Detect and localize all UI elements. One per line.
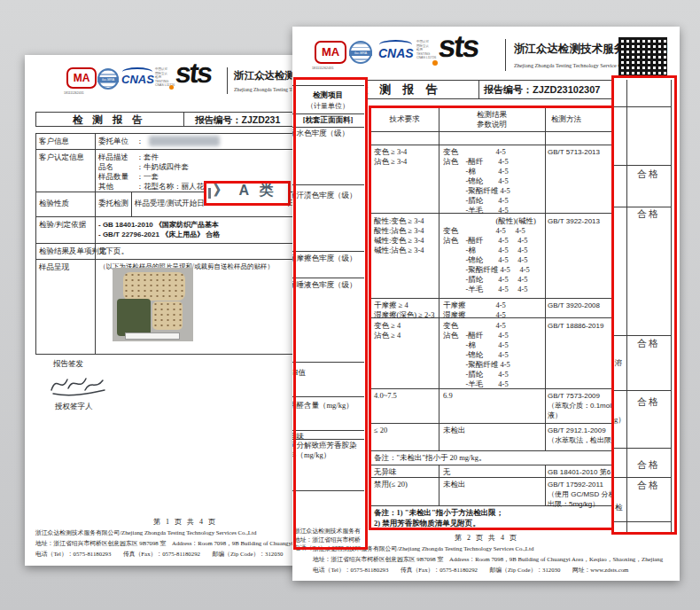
report-no-value: ZJZD231 [242, 114, 281, 125]
row3-result: 干摩擦 4-5 湿摩擦 4-5 [443, 301, 506, 320]
row6-method: GB/T 2912.1-2009 （水萃取法，检出限： [548, 426, 618, 445]
cma-logo: MA [315, 41, 346, 64]
row1-tech: 变色 ≥ 3-4 沾色 ≥ 3-4 [374, 147, 407, 167]
page1-footer-contacts: 电话（Tel）：0575-81180293 传真（Fax）：0575-81180… [35, 550, 301, 558]
cnas-logo: CNAS [121, 73, 154, 86]
row7-result: 无 [443, 467, 451, 477]
patch-line [292, 127, 364, 128]
patch-line [292, 184, 364, 185]
row6-label: 样品呈现 [39, 262, 69, 272]
patch-line [292, 396, 364, 397]
patch-line [614, 106, 671, 107]
row4-method: GB/T 18886-2019 [548, 321, 603, 331]
col-divider-2b [545, 465, 546, 505]
row3-tech: 干摩擦 ≥ 4 湿摩擦(深色) ≥ 2-3 [374, 301, 434, 320]
row2-label: 客户认定信息 [39, 152, 84, 162]
cma-id: 181111262431 [312, 64, 334, 74]
item-saliva-fastness: 耐唾液色牢度（级） [292, 280, 367, 290]
verdict-5: 合格 [626, 460, 671, 470]
verdict-3: 合格 [626, 339, 671, 348]
patch-footer-frag1: 浙江众达检测技术服务有 [294, 527, 361, 535]
patch-line [614, 448, 671, 449]
row2-values: 样品描述 ：套件 品名 ：牛奶绒四件套 样品数量 ：一套 其他 ：花型名称：丽人… [98, 152, 212, 192]
row3-cell2: 样品受理/测试开始日 [135, 199, 205, 208]
title-row-divider [478, 80, 479, 99]
col-header-tech: 技术要求 [370, 114, 439, 124]
patch-line [292, 85, 364, 86]
test-item-column-patch: 检测项目 （计量单位） [枕套正面面料] 耐水色牢度（级） 耐汗渍色牢度（级） … [292, 78, 368, 550]
patch-line [614, 335, 671, 336]
row-line [35, 243, 308, 244]
method-frag-rong: 溶 [615, 358, 623, 368]
sts-logo: sts [174, 57, 213, 90]
row-line [370, 298, 613, 299]
patch-line [614, 165, 671, 166]
patch-footer-frag2: 地址：浙江省绍兴市柯桥 [294, 536, 361, 544]
remark-end: 备注：1) "未检出"指小于方法检出限； 2) 禁用芳香胺物质清单见附页。 [374, 508, 503, 528]
row-line [35, 216, 308, 217]
test-item-header: 检测项目 [292, 90, 363, 100]
row4-standards: - GB 18401-2010 《国家纺织产品基本 - GB/T 22796-2… [98, 220, 220, 239]
annotation-a-class-patch: 》 A 类 [204, 181, 291, 206]
row-line [35, 149, 308, 150]
patch-line [292, 490, 364, 491]
row8-result: 未检出 [443, 480, 466, 489]
patch-line [292, 251, 364, 252]
client-name-redacted [149, 136, 220, 146]
patch-line [292, 439, 364, 440]
patch-line [292, 113, 364, 114]
row6-tech: ≤ 20 [374, 426, 387, 435]
report-no: 报告编号：ZJZD231 [195, 115, 280, 125]
page1-footer-company: 浙江众达检测技术服务有限公司/Zhejiang Zhongda Testing … [35, 528, 256, 536]
row6-result: 未检出 [443, 426, 466, 435]
report-title: 检 测 报 告 [356, 84, 442, 94]
sample-label-strip [125, 332, 180, 340]
row-line [370, 131, 613, 132]
remark-mid: 备注："未检出"指小于 20 mg/kg。 [374, 453, 486, 463]
patch-footer-frag3: 电话（Tel）：0575-81180 [294, 544, 361, 551]
ilac-mra-logo: ilac-MRA [349, 41, 372, 64]
row-line [370, 450, 613, 451]
row3-divider [131, 192, 132, 216]
report-title: 检 测 报 告 [35, 115, 183, 125]
row5-tech: 4.0~7.5 [374, 391, 397, 401]
verdict-4: 合格 [626, 397, 671, 407]
row3-label: 检验性质 [39, 199, 69, 208]
col-divider-1 [439, 106, 439, 450]
section-pillowcase: [枕套正面面料] [292, 115, 363, 125]
cma-logo: MA [66, 67, 97, 89]
item-aromatic-amines: 可分解致癌芳香胺染 料（mg/kg） [292, 441, 367, 460]
item-rubbing-fastness: 耐摩擦色牢度（级） [292, 254, 367, 263]
page1-footer-address: 地址：浙江省绍兴市柯桥区创意园东区 9B7098 室 Address：Room … [35, 539, 312, 547]
row7-method: GB 18401-2010 第6 [548, 467, 611, 477]
header-divider [227, 67, 228, 94]
row4-result: 变色 4-5 沾色 -醋纤 4-5 -棉 4-5 -锦纶 4-5 -聚酯纤维 4… [443, 321, 510, 389]
verdict-2: 合格 [626, 209, 671, 219]
qr-code [618, 37, 667, 77]
report-no-label: 报告编号： [484, 84, 533, 95]
patch-line [614, 390, 671, 391]
method-frag-jian: 检 [615, 503, 623, 512]
row2-result: (酸性)(碱性) 变色 4-5 4-5 沾色 -醋纤 4-5 4-5 -棉 4-… [443, 216, 536, 294]
clipped-char-sliver [208, 188, 211, 199]
cnas-cert-text: 中国认可 国际互认 检测 TESTING CNAS L11726 [416, 40, 436, 60]
row4-label: 检验/判定依据 [39, 220, 86, 230]
col-header-result: 检测结果 参数说明 [439, 110, 545, 129]
page2-footer-contacts: 电话（Tel）：0575-81180293 传真（Fax）：0575-81180… [313, 566, 628, 574]
patch-vline-right [671, 80, 672, 532]
info-table-col-divider [95, 133, 96, 355]
method-frag-g: g） [614, 415, 626, 425]
sample-quilt-small [152, 301, 183, 330]
verdict-6: 合格 [626, 481, 671, 490]
row-line [370, 145, 613, 145]
report-no-value: ZJZD23102307 [533, 84, 600, 95]
item-ph: pH值 [292, 368, 367, 378]
row8-tech: 禁用(≤ 20) [374, 480, 408, 489]
page2-number: 第 2 页 共 4 页 [455, 533, 518, 543]
verdict-1: 合格 [626, 169, 671, 179]
row-line [370, 477, 613, 478]
row1-label: 客户信息 [39, 137, 69, 146]
row5-value: 见下页。 [98, 246, 128, 256]
col-divider-1b [439, 465, 439, 505]
row4-tech: 变色 ≥ 4 沾色 ≥ 4 [374, 321, 401, 340]
